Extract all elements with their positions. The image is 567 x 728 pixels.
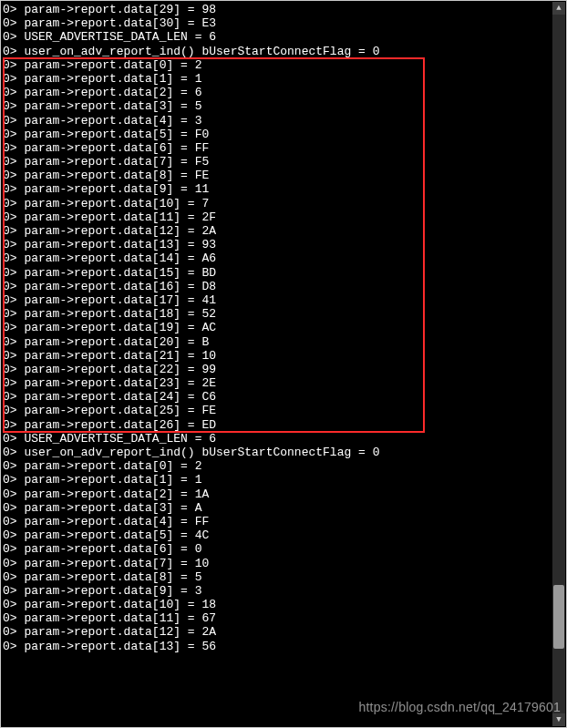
log-text: param->report.data[19] = AC: [24, 321, 216, 334]
log-line: 0> param->report.data[10] = 18: [3, 598, 552, 611]
log-text: param->report.data[5] = 4C: [24, 528, 209, 542]
prompt: 0>: [3, 446, 24, 459]
log-text: user_on_adv_report_ind() bUserStartConne…: [24, 446, 379, 459]
prompt: 0>: [3, 114, 24, 128]
prompt: 0>: [3, 542, 24, 556]
log-text: param->report.data[21] = 10: [24, 349, 216, 363]
log-text: param->report.data[17] = 41: [24, 293, 216, 307]
prompt: 0>: [3, 376, 24, 390]
prompt: 0>: [3, 528, 24, 542]
prompt: 0>: [3, 16, 24, 30]
prompt: 0>: [3, 280, 24, 293]
log-line: 0> USER_ADVERTISE_DATA_LEN = 6: [3, 432, 552, 446]
log-text: param->report.data[7] = 10: [24, 557, 209, 570]
prompt: 0>: [3, 335, 24, 349]
prompt: 0>: [3, 45, 24, 58]
log-line: 0> param->report.data[6] = FF: [3, 141, 552, 155]
log-line: 0> param->report.data[21] = 10: [3, 349, 552, 363]
log-line: 0> USER_ADVERTISE_DATA_LEN = 6: [3, 30, 552, 44]
terminal-output: 0> param->report.data[29] = 980> param->…: [1, 1, 552, 727]
log-line: 0> param->report.data[5] = F0: [3, 128, 552, 141]
log-text: param->report.data[4] = FF: [24, 515, 209, 528]
terminal-window: 0> param->report.data[29] = 980> param->…: [0, 0, 567, 728]
log-text: param->report.data[23] = 2E: [24, 376, 216, 390]
log-text: param->report.data[13] = 93: [24, 238, 216, 251]
log-line: 0> param->report.data[24] = C6: [3, 390, 552, 404]
prompt: 0>: [3, 418, 24, 432]
log-line: 0> param->report.data[1] = 1: [3, 72, 552, 86]
log-text: USER_ADVERTISE_DATA_LEN = 6: [24, 432, 216, 446]
log-line: 0> param->report.data[26] = ED: [3, 418, 552, 432]
prompt: 0>: [3, 432, 24, 446]
log-line: 0> param->report.data[16] = D8: [3, 280, 552, 293]
log-line: 0> param->report.data[7] = F5: [3, 155, 552, 169]
vertical-scrollbar[interactable]: ▲ ▼: [552, 2, 565, 726]
prompt: 0>: [3, 390, 24, 404]
log-text: param->report.data[20] = B: [24, 335, 209, 349]
log-line: 0> param->report.data[3] = 5: [3, 99, 552, 113]
log-line: 0> param->report.data[5] = 4C: [3, 528, 552, 542]
log-text: param->report.data[11] = 67: [24, 611, 216, 625]
prompt: 0>: [3, 363, 24, 376]
log-line: 0> param->report.data[29] = 98: [3, 3, 552, 16]
log-text: param->report.data[4] = 3: [24, 114, 201, 128]
log-line: 0> param->report.data[15] = BD: [3, 266, 552, 280]
log-line: 0> param->report.data[23] = 2E: [3, 376, 552, 390]
log-line: 0> param->report.data[12] = 2A: [3, 224, 552, 238]
prompt: 0>: [3, 584, 24, 598]
log-line: 0> param->report.data[30] = E3: [3, 16, 552, 30]
log-line: 0> param->report.data[7] = 10: [3, 557, 552, 570]
log-text: user_on_adv_report_ind() bUserStartConne…: [24, 45, 379, 58]
prompt: 0>: [3, 321, 24, 334]
log-line: 0> user_on_adv_report_ind() bUserStartCo…: [3, 45, 552, 58]
prompt: 0>: [3, 169, 24, 182]
log-line: 0> param->report.data[22] = 99: [3, 363, 552, 376]
log-line: 0> param->report.data[10] = 7: [3, 197, 552, 210]
log-text: param->report.data[16] = D8: [24, 280, 216, 293]
prompt: 0>: [3, 86, 24, 99]
prompt: 0>: [3, 266, 24, 280]
scroll-thumb[interactable]: [553, 585, 564, 649]
prompt: 0>: [3, 570, 24, 584]
log-line: 0> param->report.data[13] = 93: [3, 238, 552, 251]
log-line: 0> param->report.data[11] = 67: [3, 611, 552, 625]
log-text: param->report.data[29] = 98: [24, 3, 216, 16]
prompt: 0>: [3, 30, 24, 44]
log-text: param->report.data[8] = 5: [24, 570, 201, 584]
log-text: param->report.data[9] = 11: [24, 182, 209, 196]
prompt: 0>: [3, 557, 24, 570]
scroll-up-arrow[interactable]: ▲: [552, 2, 565, 15]
scroll-down-arrow[interactable]: ▼: [552, 713, 565, 726]
log-line: 0> param->report.data[25] = FE: [3, 404, 552, 417]
log-line: 0> param->report.data[11] = 2F: [3, 210, 552, 224]
prompt: 0>: [3, 611, 24, 625]
prompt: 0>: [3, 155, 24, 169]
log-text: param->report.data[0] = 2: [24, 459, 201, 473]
log-line: 0> param->report.data[0] = 2: [3, 58, 552, 72]
prompt: 0>: [3, 625, 24, 639]
prompt: 0>: [3, 293, 24, 307]
prompt: 0>: [3, 3, 24, 16]
prompt: 0>: [3, 307, 24, 321]
log-text: param->report.data[12] = 2A: [24, 625, 216, 639]
log-text: param->report.data[13] = 56: [24, 640, 216, 653]
prompt: 0>: [3, 349, 24, 363]
prompt: 0>: [3, 224, 24, 238]
prompt: 0>: [3, 473, 24, 487]
log-line: 0> param->report.data[9] = 3: [3, 584, 552, 598]
log-line: 0> param->report.data[14] = A6: [3, 251, 552, 265]
log-line: 0> param->report.data[9] = 11: [3, 182, 552, 196]
log-text: param->report.data[5] = F0: [24, 128, 209, 141]
log-text: param->report.data[1] = 1: [24, 473, 201, 487]
log-text: param->report.data[22] = 99: [24, 363, 216, 376]
prompt: 0>: [3, 197, 24, 210]
prompt: 0>: [3, 404, 24, 417]
log-line: 0> param->report.data[2] = 1A: [3, 487, 552, 501]
prompt: 0>: [3, 598, 24, 611]
log-line: 0> param->report.data[8] = 5: [3, 570, 552, 584]
log-text: param->report.data[10] = 18: [24, 598, 216, 611]
prompt: 0>: [3, 58, 24, 72]
log-line: 0> param->report.data[18] = 52: [3, 307, 552, 321]
prompt: 0>: [3, 210, 24, 224]
log-line: 0> user_on_adv_report_ind() bUserStartCo…: [3, 446, 552, 459]
